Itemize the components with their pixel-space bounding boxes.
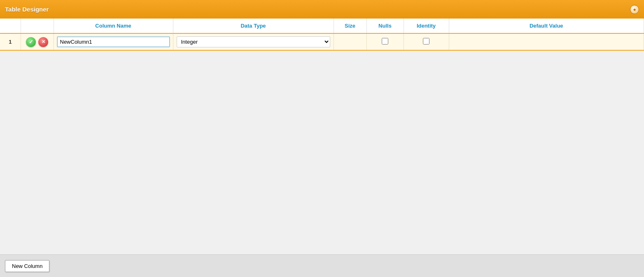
data-type-cell: Integer Varchar Text Boolean Date DateTi… bbox=[173, 33, 334, 50]
default-value-input[interactable] bbox=[453, 37, 641, 47]
identity-checkbox[interactable] bbox=[423, 38, 429, 45]
table-header-row: Column Name Data Type Size Nulls Identit… bbox=[0, 19, 644, 33]
nulls-cell bbox=[366, 33, 404, 50]
confirm-row-button[interactable] bbox=[26, 37, 36, 47]
header-row-num bbox=[0, 19, 21, 33]
title-bar: Table Designer ● bbox=[0, 0, 644, 19]
identity-cell bbox=[404, 33, 449, 50]
default-value-cell bbox=[449, 33, 644, 50]
window-title: Table Designer bbox=[5, 6, 49, 13]
close-button[interactable]: ● bbox=[630, 5, 639, 14]
header-identity: Identity bbox=[404, 19, 449, 33]
empty-table-area bbox=[0, 51, 644, 216]
header-actions bbox=[21, 19, 54, 33]
action-icons-container bbox=[24, 37, 50, 47]
column-name-cell bbox=[54, 33, 173, 50]
row-number: 1 bbox=[0, 33, 21, 50]
column-table: Column Name Data Type Size Nulls Identit… bbox=[0, 19, 644, 51]
table-row: 1 Integer Varchar Tex bbox=[0, 33, 644, 50]
footer-bar: New Column bbox=[0, 254, 644, 277]
new-column-button[interactable]: New Column bbox=[5, 260, 49, 272]
header-data-type: Data Type bbox=[173, 19, 334, 33]
table-container: Column Name Data Type Size Nulls Identit… bbox=[0, 19, 644, 254]
header-column-name: Column Name bbox=[54, 19, 173, 33]
data-type-select[interactable]: Integer Varchar Text Boolean Date DateTi… bbox=[177, 36, 330, 47]
header-default-value: Default Value bbox=[449, 19, 644, 33]
nulls-checkbox[interactable] bbox=[382, 38, 388, 45]
size-cell bbox=[334, 33, 366, 50]
header-nulls: Nulls bbox=[366, 19, 404, 33]
table-designer-window: Table Designer ● Column Name Data Type S… bbox=[0, 0, 644, 277]
cancel-row-button[interactable] bbox=[38, 37, 48, 47]
column-name-input[interactable] bbox=[57, 37, 170, 47]
header-size: Size bbox=[334, 19, 366, 33]
row-actions-cell bbox=[21, 33, 54, 50]
